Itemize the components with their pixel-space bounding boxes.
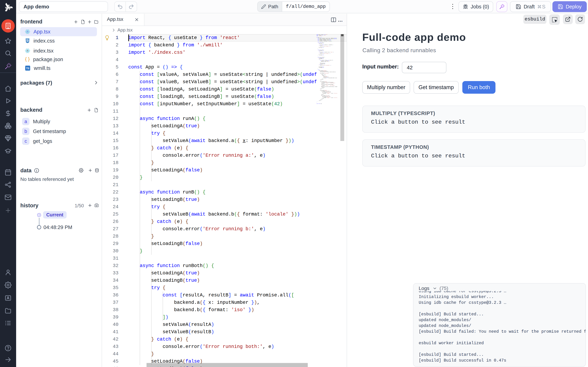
- svg-text:TS: TS: [26, 67, 29, 70]
